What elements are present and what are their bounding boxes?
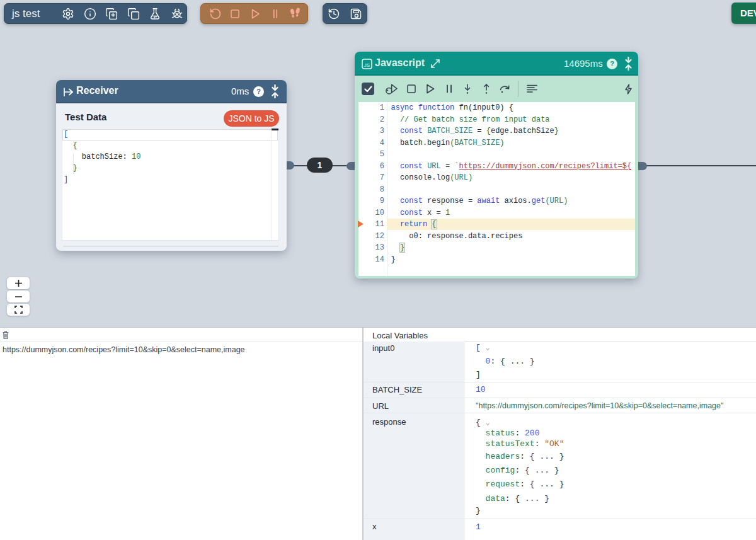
svg-text:JS: JS — [364, 62, 370, 68]
